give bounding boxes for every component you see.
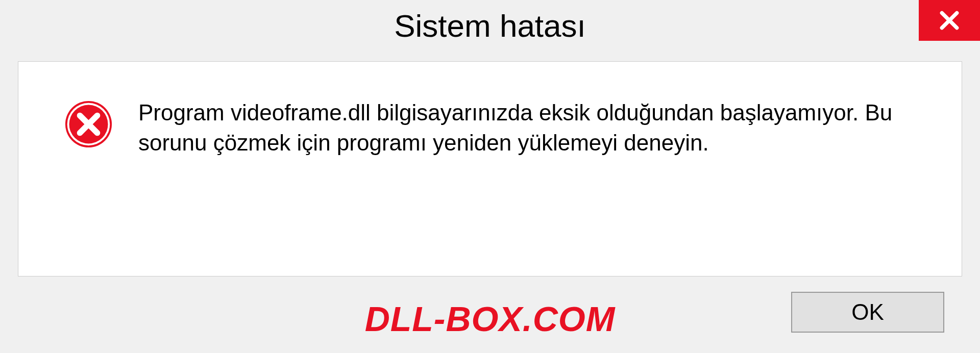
dialog-title: Sistem hatası bbox=[394, 8, 586, 44]
close-button[interactable] bbox=[919, 0, 980, 41]
titlebar: Sistem hatası bbox=[0, 0, 980, 51]
dialog-footer: DLL-BOX.COM OK bbox=[0, 287, 980, 353]
watermark-text: DLL-BOX.COM bbox=[365, 299, 616, 339]
close-icon bbox=[938, 9, 961, 32]
error-message: Program videoframe.dll bilgisayarınızda … bbox=[138, 97, 931, 158]
content-panel: Program videoframe.dll bilgisayarınızda … bbox=[18, 61, 962, 276]
error-icon-wrap bbox=[64, 100, 113, 150]
error-icon bbox=[64, 100, 113, 148]
error-dialog: Sistem hatası Program videoframe.dll bil… bbox=[0, 0, 980, 353]
ok-button[interactable]: OK bbox=[791, 292, 944, 333]
